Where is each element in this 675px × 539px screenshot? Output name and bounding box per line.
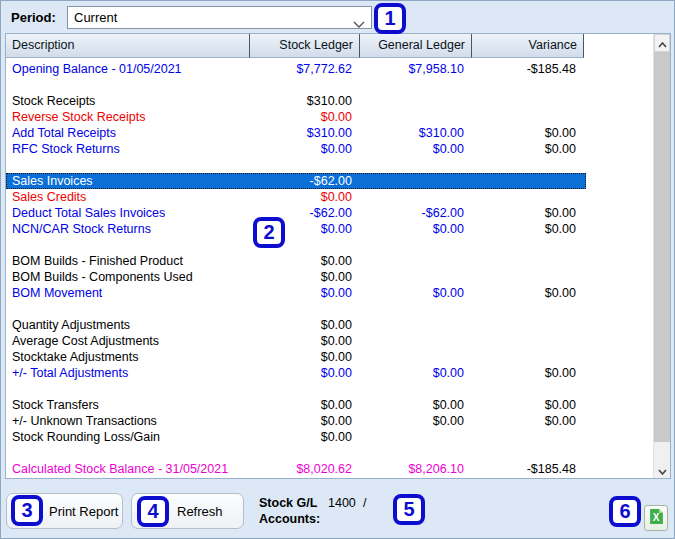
period-label: Period: [11, 10, 56, 25]
annotation-badge-5: 5 [393, 494, 425, 525]
chevron-down-icon [658, 461, 667, 479]
annotation-badge-1: 1 [374, 3, 406, 34]
table-row[interactable] [6, 237, 586, 253]
annotation-badge-3: 3 [11, 495, 43, 526]
scrollbar-thumb[interactable] [654, 52, 670, 442]
table-row[interactable] [6, 157, 586, 173]
scroll-down-button[interactable] [654, 461, 670, 478]
period-selected-value: Current [74, 10, 117, 25]
annotation-badge-2: 2 [253, 217, 285, 248]
period-dropdown[interactable]: Current [67, 6, 372, 29]
stock-gl-account-separator: / [363, 495, 366, 511]
table-row[interactable] [6, 445, 586, 461]
table-row[interactable]: Sales Invoices-$62.00 [6, 173, 586, 189]
excel-icon: X [648, 508, 665, 528]
table-row[interactable]: Deduct Total Sales Invoices-$62.00-$62.0… [6, 205, 586, 221]
table-row[interactable] [6, 77, 586, 93]
scroll-up-button[interactable] [654, 34, 670, 52]
table-header-row: Description Stock Ledger General Ledger … [6, 34, 670, 58]
table-row[interactable]: Opening Balance - 01/05/2021$7,772.62$7,… [6, 61, 586, 77]
table-row[interactable]: Quantity Adjustments$0.00 [6, 317, 586, 333]
table-row[interactable]: +/- Total Adjustments$0.00$0.00$0.00 [6, 365, 586, 381]
table-row[interactable]: Sales Credits$0.00 [6, 189, 586, 205]
stock-gl-accounts-label: Stock G/L Accounts: [259, 495, 320, 527]
column-header-stock-ledger[interactable]: Stock Ledger [250, 34, 360, 58]
annotation-badge-4: 4 [137, 496, 169, 527]
table-row[interactable]: Stock Rounding Loss/Gain$0.00 [6, 429, 586, 445]
table-body: Opening Balance - 01/05/2021$7,772.62$7,… [6, 58, 670, 477]
table-row[interactable]: Add Total Receipts$310.00$310.00$0.00 [6, 125, 586, 141]
table-row[interactable]: NCN/CAR Stock Returns$0.00$0.00$0.00 [6, 221, 586, 237]
table-row[interactable]: +/- Unknown Transactions$0.00$0.00$0.00 [6, 413, 586, 429]
table-row[interactable]: BOM Movement$0.00$0.00$0.00 [6, 285, 586, 301]
stock-reconciliation-window: Period: Current Description Stock Ledger… [0, 0, 675, 539]
table-row[interactable]: Average Cost Adjustments$0.00 [6, 333, 586, 349]
table-row[interactable]: Reverse Stock Receipts$0.00 [6, 109, 586, 125]
table-row[interactable]: BOM Builds - Finished Product$0.00 [6, 253, 586, 269]
table-row[interactable]: RFC Stock Returns$0.00$0.00$0.00 [6, 141, 586, 157]
column-header-description[interactable]: Description [6, 34, 250, 58]
table-row[interactable] [6, 381, 586, 397]
export-to-excel-button[interactable]: X [644, 505, 668, 531]
table-row[interactable]: BOM Builds - Components Used$0.00 [6, 269, 586, 285]
column-header-variance[interactable]: Variance [472, 34, 584, 58]
chevron-down-icon [353, 14, 365, 22]
reconciliation-table: Description Stock Ledger General Ledger … [5, 33, 671, 479]
table-row[interactable]: Stock Transfers$0.00$0.00$0.00 [6, 397, 586, 413]
annotation-badge-6: 6 [609, 496, 641, 527]
column-header-general-ledger[interactable]: General Ledger [360, 34, 472, 58]
svg-text:X: X [652, 512, 659, 523]
table-row[interactable]: Calculated Stock Balance - 31/05/2021$8,… [6, 461, 586, 477]
vertical-scrollbar[interactable] [653, 34, 670, 478]
table-row[interactable]: Stock Receipts$310.00 [6, 93, 586, 109]
stock-gl-account-value: 1400 [328, 495, 356, 511]
chevron-up-icon [658, 34, 667, 52]
table-row[interactable]: Stocktake Adjustments$0.00 [6, 349, 586, 365]
table-row[interactable] [6, 301, 586, 317]
